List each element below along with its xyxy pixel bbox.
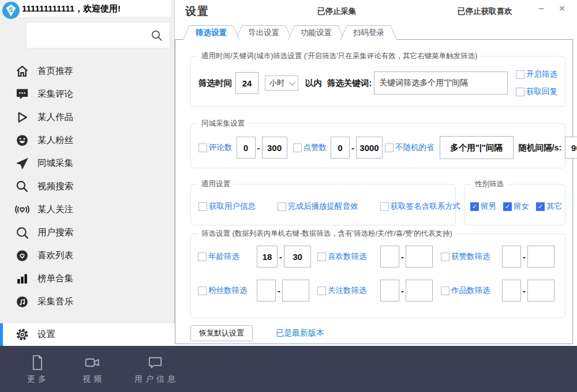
keep-other-checkbox[interactable]: ✓ bbox=[536, 202, 545, 211]
praise-filter-checkbox[interactable] bbox=[441, 252, 449, 261]
sidebar-item-label: 某人关注 bbox=[38, 203, 73, 216]
bottom-item-video[interactable]: 视频 bbox=[80, 353, 104, 385]
restore-defaults-button[interactable]: 恢复默认设置 bbox=[190, 325, 253, 341]
sidebar-item-user-search[interactable]: 用户搜索 bbox=[0, 221, 174, 244]
works-max-input[interactable] bbox=[527, 280, 554, 301]
like-count-label: 点赞数 bbox=[304, 142, 327, 153]
sidebar-item-ranking-collection[interactable]: 榜单合集 bbox=[0, 267, 174, 290]
enable-filter-checkbox[interactable] bbox=[516, 70, 524, 79]
comment-count-label: 评论数 bbox=[209, 142, 233, 153]
play-sound-checkbox-row: 完成后播放提醒音效 bbox=[278, 201, 358, 212]
like-count-checkbox-row: 点赞数 bbox=[293, 142, 327, 153]
fans-max-input[interactable] bbox=[282, 280, 309, 301]
like-max-input[interactable] bbox=[356, 137, 383, 159]
follows-min-input[interactable] bbox=[380, 280, 399, 301]
sidebar-item-settings-active[interactable]: 设置 bbox=[0, 323, 175, 346]
search-input[interactable] bbox=[31, 25, 149, 47]
sidebar-menu: 首页推荐 采集评论 某人作品 某人粉丝 同城采集 视频搜索 bbox=[0, 59, 174, 313]
keep-female-checkbox[interactable]: ✓ bbox=[503, 202, 512, 211]
play-sound-checkbox[interactable] bbox=[278, 202, 286, 211]
sidebar-item-user-works[interactable]: 某人作品 bbox=[0, 105, 174, 129]
works-filter-checkbox[interactable] bbox=[441, 287, 449, 295]
tab-filter-settings[interactable]: 筛选设置 bbox=[183, 25, 239, 40]
sidebar-item-user-follows[interactable]: 某人关注 bbox=[0, 198, 174, 221]
sidebar-item-collect-comments[interactable]: 采集评论 bbox=[0, 82, 174, 105]
keep-male-checkbox[interactable]: ✓ bbox=[470, 202, 479, 211]
works-min-input[interactable] bbox=[502, 280, 521, 301]
works-filter-checkbox-row: 作品数筛选 bbox=[441, 285, 500, 296]
enable-filter-checkbox-row: 开启筛选 bbox=[516, 69, 557, 80]
fieldset-legend: 性别筛选 bbox=[471, 179, 507, 189]
sidebar-item-label: 视频搜索 bbox=[38, 180, 73, 193]
sidebar-item-video-search[interactable]: 视频搜索 bbox=[0, 175, 174, 198]
comment-min-input[interactable] bbox=[237, 137, 256, 159]
page-title: 设置 bbox=[185, 4, 209, 19]
range-dash: - bbox=[523, 286, 526, 296]
search-icon[interactable] bbox=[150, 29, 164, 45]
filter-keyword-input[interactable] bbox=[374, 71, 508, 95]
like-status-text: 已停止获取喜欢 bbox=[458, 6, 512, 17]
fans-min-input[interactable] bbox=[257, 280, 276, 301]
filter-keyword-label: 筛选关键词: bbox=[327, 78, 372, 89]
praise-min-input[interactable] bbox=[502, 246, 521, 267]
praise-max-input[interactable] bbox=[527, 246, 554, 267]
sidebar: S 111111111111，欢迎使用! 首页推荐 采集评论 bbox=[0, 0, 175, 346]
fans-face-icon bbox=[15, 133, 29, 148]
sidebar-item-city-collect[interactable]: 同城采集 bbox=[0, 152, 174, 175]
sidebar-item-home-feed[interactable]: 首页推荐 bbox=[0, 59, 174, 82]
sidebar-item-label: 喜欢列表 bbox=[38, 250, 73, 262]
svg-text:S: S bbox=[9, 6, 13, 13]
tab-function-settings[interactable]: 功能设置 bbox=[288, 25, 344, 40]
random-interval-input[interactable] bbox=[565, 137, 577, 159]
sidebar-item-like-list[interactable]: 喜欢列表 bbox=[0, 244, 174, 267]
gear-icon bbox=[15, 327, 29, 342]
app-window: S 111111111111，欢迎使用! 首页推荐 采集评论 bbox=[0, 0, 577, 392]
app-logo-icon: S bbox=[2, 2, 20, 19]
favorites-filter-label: 喜欢数筛选 bbox=[328, 251, 367, 262]
tab-export-settings[interactable]: 导出设置 bbox=[235, 25, 292, 40]
close-button[interactable]: × bbox=[554, 1, 569, 16]
favorites-max-input[interactable] bbox=[406, 246, 433, 267]
like-min-input[interactable] bbox=[331, 137, 350, 159]
comment-count-checkbox[interactable] bbox=[198, 144, 207, 152]
sidebar-item-collect-music[interactable]: 采集音乐 bbox=[0, 290, 174, 313]
get-reply-checkbox[interactable] bbox=[516, 88, 524, 96]
minimize-button[interactable]: – bbox=[534, 1, 549, 16]
favorites-min-input[interactable] bbox=[380, 246, 399, 267]
signature-contact-checkbox[interactable] bbox=[380, 202, 389, 211]
keep-female-label: 留女 bbox=[514, 201, 529, 212]
province-list-input[interactable] bbox=[440, 136, 514, 159]
welcome-text: 111111111111，欢迎使用! bbox=[22, 3, 121, 14]
like-count-checkbox[interactable] bbox=[293, 144, 302, 152]
time-unit-value: 小时 bbox=[269, 78, 284, 88]
favorites-filter-checkbox-row: 喜欢数筛选 bbox=[317, 251, 379, 262]
non-random-province-checkbox[interactable] bbox=[385, 144, 394, 152]
latest-version-link[interactable]: 已是最新版本 bbox=[276, 328, 324, 338]
sidebar-item-user-fans[interactable]: 某人粉丝 bbox=[0, 129, 174, 152]
age-min-input[interactable] bbox=[257, 246, 278, 267]
bottom-item-user-info[interactable]: 用户信息 bbox=[132, 353, 178, 385]
bar-chart-icon bbox=[15, 272, 29, 286]
fans-filter-checkbox[interactable] bbox=[198, 287, 207, 295]
panel-footer: 恢复默认设置 已是最新版本 bbox=[190, 325, 324, 341]
follows-filter-checkbox-row: 关注数筛选 bbox=[317, 285, 379, 296]
age-filter-checkbox[interactable] bbox=[198, 252, 207, 261]
time-unit-select[interactable]: 小时 bbox=[265, 76, 298, 91]
range-dash: - bbox=[351, 143, 354, 153]
follows-max-input[interactable] bbox=[406, 280, 433, 301]
range-dash: - bbox=[257, 143, 260, 153]
tab-qr-login[interactable]: 扫码登录 bbox=[340, 25, 397, 40]
bottom-item-more[interactable]: 更多 bbox=[24, 353, 49, 385]
signature-contact-checkbox-row: 获取签名含联系方式 bbox=[380, 201, 461, 212]
fans-filter-label: 粉丝数筛选 bbox=[208, 285, 248, 296]
sidebar-item-label: 某人粉丝 bbox=[38, 134, 73, 146]
get-user-info-checkbox[interactable] bbox=[198, 202, 207, 211]
follows-filter-checkbox[interactable] bbox=[317, 287, 326, 295]
favorites-filter-checkbox[interactable] bbox=[317, 252, 326, 261]
get-user-info-checkbox-row: 获取用户信息 bbox=[198, 201, 256, 212]
sidebar-item-label: 设置 bbox=[38, 329, 55, 341]
age-max-input[interactable] bbox=[284, 246, 311, 267]
sidebar-item-label: 同城采集 bbox=[38, 157, 73, 169]
filter-time-input[interactable] bbox=[235, 72, 258, 94]
comment-max-input[interactable] bbox=[262, 137, 287, 159]
